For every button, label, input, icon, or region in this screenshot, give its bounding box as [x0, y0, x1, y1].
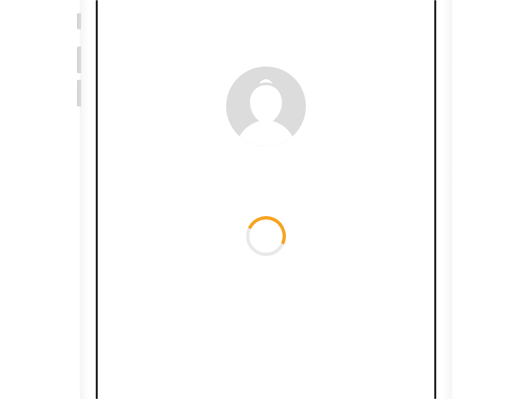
spinner-arc: [241, 211, 292, 262]
phone-edge-left: [80, 0, 96, 399]
avatar-placeholder-icon: [226, 66, 306, 146]
mute-switch: [77, 13, 81, 29]
volume-down-button: [77, 80, 81, 106]
app-screen: [98, 0, 434, 399]
phone-edge-right: [436, 0, 452, 399]
phone-bezel-right: [434, 0, 436, 399]
volume-up-button: [77, 47, 81, 73]
phone-device-frame: [80, 0, 452, 399]
loading-spinner-icon: [246, 216, 286, 256]
